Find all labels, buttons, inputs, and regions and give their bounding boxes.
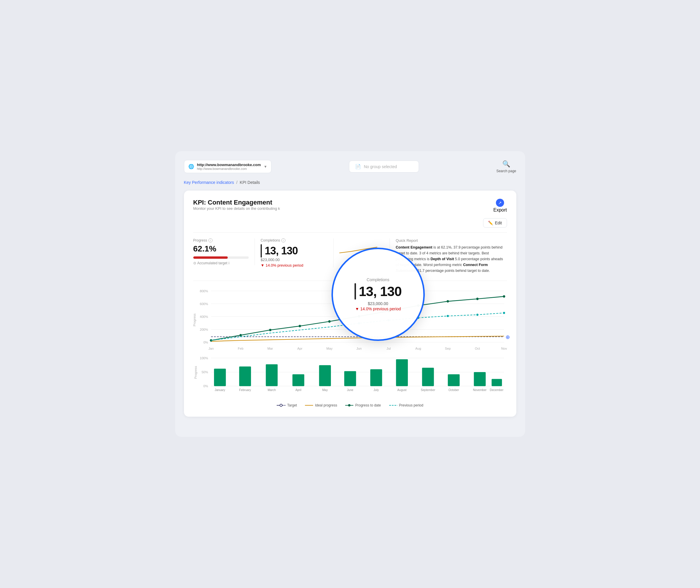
svg-text:June: June — [347, 388, 354, 392]
search-page-label: Search page — [496, 169, 516, 173]
edit-label: Edit — [495, 221, 502, 225]
bar-chart-svg: 100% 50% 0% — [193, 355, 507, 399]
line-chart-y-label: Progress — [193, 314, 196, 326]
card-header-row: KPI: Content Engagement Monitor your KPI… — [193, 199, 507, 216]
export-button[interactable]: ↗ Export — [493, 199, 507, 213]
svg-rect-54 — [448, 374, 460, 386]
down-arrow-icon: ▼ — [261, 263, 264, 267]
url-selector[interactable]: 🌐 http://www.bowmanandbrooke.com http://… — [184, 160, 272, 173]
svg-point-25 — [446, 315, 449, 317]
accumulated-target: ⊙ Accumulated target i — [193, 261, 249, 265]
line-chart-container: Progress 800% 600% 400% 200% 0% — [193, 288, 507, 352]
chart-area: Progress 800% 600% 400% 200% 0% — [193, 288, 507, 399]
completions-bar-icon — [261, 244, 262, 258]
url-main: http://www.bowmanandbrooke.com — [197, 163, 261, 167]
svg-text:Jul: Jul — [386, 346, 391, 350]
crosshair-icon: ⊕ — [506, 334, 510, 340]
svg-point-20 — [476, 298, 479, 300]
svg-point-24 — [417, 316, 419, 319]
svg-point-26 — [476, 314, 479, 316]
svg-point-17 — [387, 310, 390, 312]
svg-text:800%: 800% — [200, 289, 208, 293]
svg-text:February: February — [239, 388, 251, 392]
clock-icon: ⊙ — [193, 261, 196, 265]
ideal-legend-icon — [305, 404, 313, 407]
svg-point-14 — [298, 325, 301, 327]
svg-rect-53 — [422, 368, 434, 386]
breadcrumb-link[interactable]: Key Performance indicators — [184, 180, 234, 185]
svg-text:January: January — [214, 388, 225, 392]
progress-info-icon: i — [208, 238, 212, 242]
bar-chart-container: Progress 100% 50% 0% — [193, 355, 507, 399]
edit-row: ✏️ Edit — [193, 218, 507, 228]
globe-icon: 🌐 — [188, 164, 194, 169]
svg-text:September: September — [421, 388, 435, 392]
svg-rect-51 — [370, 369, 382, 386]
export-label: Export — [493, 207, 507, 213]
svg-text:August: August — [397, 388, 407, 392]
progress-bar-fill — [193, 256, 228, 259]
svg-text:100%: 100% — [200, 356, 208, 360]
legend-previous: Previous period — [389, 403, 423, 407]
svg-text:Mar: Mar — [267, 346, 273, 350]
legend-target: Target — [277, 403, 297, 407]
bar-chart-y-label: Progress — [194, 366, 197, 379]
kpi-title: KPI: Content Engagement — [193, 199, 280, 206]
svg-text:400%: 400% — [200, 315, 208, 318]
progress-legend-icon — [345, 404, 354, 407]
document-icon: 📄 — [355, 164, 361, 169]
legend-ideal-label: Ideal progress — [315, 403, 337, 407]
quick-report-label: Quick Report — [396, 238, 507, 243]
svg-text:Jan: Jan — [208, 346, 213, 350]
legend-previous-label: Previous period — [399, 403, 423, 407]
svg-text:0%: 0% — [203, 384, 208, 388]
breadcrumb: Key Performance indicators / KPI Details — [184, 180, 516, 185]
svg-text:Apr: Apr — [297, 346, 302, 350]
breadcrumb-current: KPI Details — [240, 180, 260, 185]
svg-point-74 — [348, 404, 351, 406]
svg-text:March: March — [267, 388, 275, 392]
svg-text:600%: 600% — [200, 302, 208, 306]
svg-text:May: May — [322, 388, 328, 392]
svg-rect-49 — [319, 365, 331, 386]
svg-text:Nov: Nov — [501, 346, 507, 350]
svg-point-12 — [239, 334, 242, 336]
svg-rect-47 — [265, 364, 277, 386]
svg-point-21 — [503, 295, 505, 297]
group-selector[interactable]: 📄 No group selected — [349, 161, 419, 172]
breadcrumb-separator: / — [236, 180, 237, 185]
trend-line-mini — [333, 238, 390, 256]
legend-ideal: Ideal progress — [305, 403, 337, 407]
svg-text:Oct: Oct — [475, 346, 480, 350]
search-page-button[interactable]: 🔍 Search page — [496, 160, 516, 173]
quick-report-block: Quick Report Content Engagement is at 62… — [390, 238, 507, 274]
group-placeholder: No group selected — [364, 164, 397, 169]
svg-rect-50 — [344, 371, 356, 386]
progress-block: Progress i 62.1% ⊙ Accumulated target i — [193, 238, 255, 265]
svg-rect-48 — [292, 374, 304, 386]
completions-label: Completions i — [261, 238, 327, 242]
svg-rect-55 — [474, 372, 486, 386]
svg-point-22 — [358, 322, 360, 324]
url-sub: http://www.bowmanandbrooke.com — [197, 167, 261, 170]
svg-text:July: July — [374, 388, 379, 392]
svg-rect-46 — [239, 367, 251, 386]
stats-row: Progress i 62.1% ⊙ Accumulated target i … — [193, 232, 507, 281]
completions-target: $23,000.00 — [261, 258, 327, 262]
main-card: KPI: Content Engagement Monitor your KPI… — [184, 191, 516, 417]
edit-button[interactable]: ✏️ Edit — [483, 218, 507, 228]
svg-text:Aug: Aug — [415, 346, 421, 350]
svg-text:200%: 200% — [200, 328, 208, 331]
svg-text:0%: 0% — [203, 341, 208, 344]
legend-progress: Progress to date — [345, 403, 381, 407]
target-legend-icon — [277, 404, 285, 407]
accumulated-info-icon: i — [228, 261, 229, 265]
svg-text:50%: 50% — [201, 370, 208, 374]
legend-progress-label: Progress to date — [355, 403, 381, 407]
progress-label: Progress i — [193, 238, 249, 242]
page-wrapper: 🌐 http://www.bowmanandbrooke.com http://… — [175, 151, 525, 437]
previous-legend-icon — [389, 404, 398, 407]
svg-point-19 — [446, 300, 449, 302]
legend-row: Target Ideal progress Progress to date — [193, 403, 507, 407]
progress-bar — [193, 256, 249, 259]
